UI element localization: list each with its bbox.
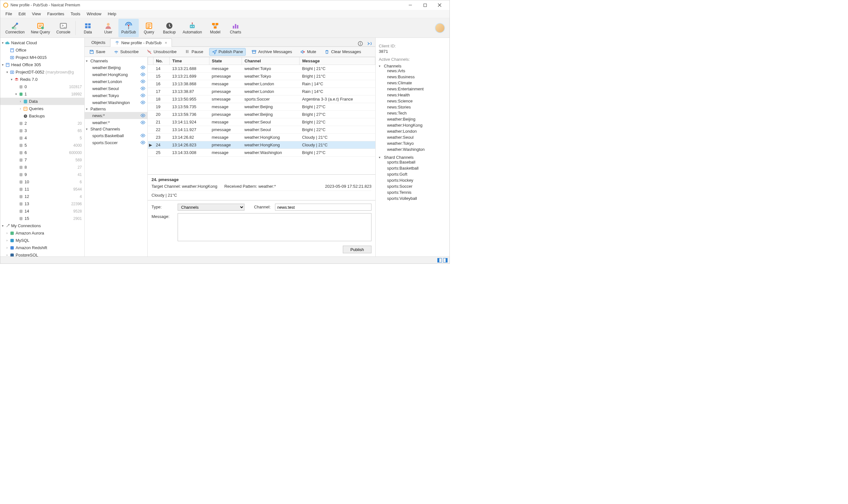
toolbar-connection[interactable]: +Connection — [2, 19, 28, 37]
chevron-icon[interactable]: ▾ — [0, 224, 5, 228]
chevron-icon[interactable]: ▾ — [0, 63, 5, 67]
eye-icon[interactable] — [140, 100, 145, 105]
tree-item[interactable]: ›Data — [0, 98, 84, 105]
menu-help[interactable]: Help — [104, 11, 119, 17]
tree-item[interactable]: 6600000 — [0, 149, 84, 156]
table-row[interactable]: 2013:13:59.736pmessageweather:BeijingBri… — [148, 111, 375, 119]
col-header[interactable]: Message — [300, 57, 375, 65]
sub-item[interactable]: sports:Soccer — [85, 139, 147, 146]
clear-button[interactable]: Clear Messages — [322, 48, 364, 55]
toolbar-pubsub[interactable]: Pub/Sub — [119, 19, 139, 37]
tree-item[interactable]: 1322396 — [0, 200, 84, 208]
tree-item[interactable]: 124 — [0, 193, 84, 200]
tree-item[interactable]: ▾Navicat Cloud — [0, 39, 84, 47]
sub-group[interactable]: ▾Shard Channels — [85, 126, 147, 132]
tree-item[interactable]: 106 — [0, 178, 84, 185]
channel-item[interactable]: news:Stories — [379, 105, 446, 111]
tree-item[interactable]: Project MH-0015 — [0, 54, 84, 61]
chevron-icon[interactable]: ▾ — [9, 78, 14, 81]
table-row[interactable]: 1913:13:59.735messageweather:BeijingBrig… — [148, 103, 375, 111]
tree-item[interactable]: 149528 — [0, 208, 84, 215]
table-row[interactable]: 2313:14:26.82messageweather:HongKongClou… — [148, 133, 375, 141]
menu-view[interactable]: View — [29, 11, 44, 17]
channel-input[interactable] — [275, 204, 371, 211]
eye-icon[interactable] — [140, 120, 145, 125]
toolbar-newquery[interactable]: New Query — [28, 19, 53, 37]
toolbar-data[interactable]: Data — [78, 19, 98, 37]
tree-item[interactable]: ▾Redis 7.0 — [0, 76, 84, 83]
menu-file[interactable]: File — [2, 11, 15, 17]
eye-icon[interactable] — [140, 140, 145, 145]
channel-item[interactable]: weather:Washington — [379, 147, 446, 153]
tree-item[interactable]: ›MySQL — [0, 237, 84, 244]
menu-window[interactable]: Window — [83, 11, 104, 17]
toolbar-query[interactable]: Query — [139, 19, 159, 37]
close-button[interactable] — [432, 0, 447, 10]
col-header[interactable]: No. — [154, 57, 170, 65]
chevron-icon[interactable]: ▾ — [5, 70, 9, 74]
tree-item[interactable]: ▾My Connections — [0, 222, 84, 229]
tree-item[interactable]: ›Amazon Redshift — [0, 244, 84, 251]
panel-toggle-left-icon[interactable] — [437, 258, 442, 263]
col-header[interactable]: State — [209, 57, 242, 65]
shard-item[interactable]: sports:Tennis — [379, 190, 446, 196]
info-icon[interactable] — [357, 41, 363, 47]
sub-item[interactable]: weather:Beijing — [85, 64, 147, 71]
messages-grid[interactable]: No.TimeStateChannelMessage1413:13:21.688… — [148, 57, 375, 174]
eye-icon[interactable] — [140, 65, 145, 70]
table-row[interactable]: 2213:14:11.927pmessageweather:SeoulBrigh… — [148, 126, 375, 133]
save-button[interactable]: Save — [87, 48, 108, 55]
sub-item[interactable]: weather:London — [85, 78, 147, 85]
minimize-button[interactable] — [403, 0, 418, 10]
eye-icon[interactable] — [140, 79, 145, 84]
chevron-icon[interactable]: ▾ — [0, 41, 5, 44]
sub-item[interactable]: weather:* — [85, 119, 147, 126]
eye-icon[interactable] — [140, 113, 145, 118]
subscriptions-panel[interactable]: ▾Channelsweather:Beijingweather:HongKong… — [85, 57, 148, 256]
channel-item[interactable]: news:Business — [379, 74, 446, 80]
publish-pane-toggle[interactable]: Publish Pane — [209, 48, 246, 56]
tree-item[interactable]: 119544 — [0, 185, 84, 193]
chevron-icon[interactable]: › — [5, 239, 9, 242]
tree-item[interactable]: ▾ProjectDT-0052 (marybrown@g — [0, 68, 84, 76]
channel-item[interactable]: news:Health — [379, 93, 446, 98]
tree-item[interactable]: 7569 — [0, 156, 84, 164]
sub-item[interactable]: weather:Seoul — [85, 85, 147, 92]
toolbar-backup[interactable]: Backup — [159, 19, 179, 37]
col-header[interactable]: Time — [170, 57, 209, 65]
channel-item[interactable]: weather:Tokyo — [379, 141, 446, 147]
tree-item[interactable]: 365 — [0, 127, 84, 134]
tree-item[interactable]: ›Queries — [0, 105, 84, 112]
table-row[interactable]: 2513:14:33.008messageweather:WashingtonB… — [148, 149, 375, 157]
channel-item[interactable]: news:Tech — [379, 111, 446, 117]
chevron-icon[interactable]: › — [5, 246, 9, 250]
channel-item[interactable]: news:Arts — [379, 68, 446, 74]
eye-icon[interactable] — [140, 133, 145, 138]
shard-item[interactable]: sports:Goft — [379, 172, 446, 178]
antenna-icon[interactable] — [366, 41, 372, 47]
tree-item[interactable]: ▾118992 — [0, 90, 84, 98]
type-select[interactable]: Channels — [178, 204, 245, 211]
channel-item[interactable]: news:Climate — [379, 80, 446, 87]
mute-button[interactable]: Mute — [298, 48, 319, 55]
toolbar-charts[interactable]: Charts — [225, 19, 246, 37]
channel-item[interactable]: news:Science — [379, 98, 446, 105]
tab-objects[interactable]: Objects — [87, 38, 110, 47]
table-row[interactable]: 2113:14:11.924messageweather:SeoulBright… — [148, 119, 375, 126]
shard-item[interactable]: sports:Hockey — [379, 178, 446, 184]
menu-edit[interactable]: Edit — [15, 11, 29, 17]
chevron-icon[interactable]: › — [18, 100, 23, 103]
eye-icon[interactable] — [140, 86, 145, 91]
toolbar-console[interactable]: >_Console — [53, 19, 73, 37]
tree-item[interactable]: 54000 — [0, 142, 84, 149]
toolbar-automation[interactable]: Automation — [179, 19, 205, 37]
channel-item[interactable]: weather:London — [379, 129, 446, 135]
maximize-button[interactable] — [418, 0, 432, 10]
tab-pubsub-profile[interactable]: New profile - Pub/Sub × — [110, 38, 172, 47]
unsubscribe-button[interactable]: Unsubscribe — [144, 48, 179, 55]
table-row[interactable]: 1713:13:38.87pmessageweather:LondonRain … — [148, 88, 375, 95]
chevron-icon[interactable]: ▾ — [14, 92, 18, 96]
shard-group[interactable]: ▾Shard Channels — [379, 155, 446, 160]
pause-button[interactable]: Pause — [182, 48, 206, 55]
tree-item[interactable]: 941 — [0, 171, 84, 178]
